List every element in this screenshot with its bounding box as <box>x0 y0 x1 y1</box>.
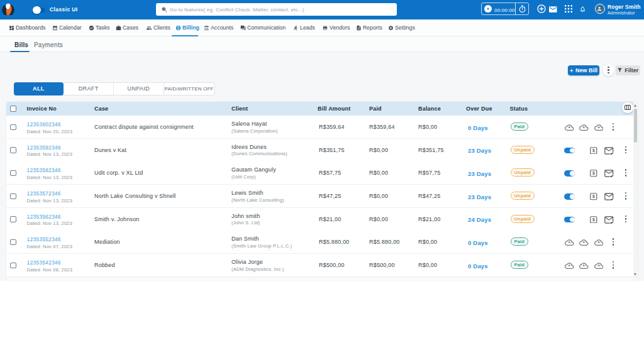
svg-text:$: $ <box>592 148 595 153</box>
svg-text:$: $ <box>592 217 595 222</box>
svg-text:$: $ <box>592 171 595 176</box>
svg-text:$: $ <box>592 194 595 199</box>
